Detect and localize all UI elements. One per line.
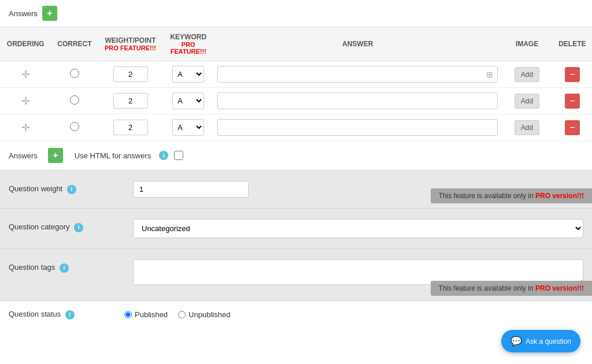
question-weight-section: Question weight i This feature is availa…: [0, 170, 592, 209]
answer-input-wrapper: [217, 119, 498, 136]
add-answer-top-button[interactable]: +: [42, 6, 57, 21]
delete-row-button[interactable]: −: [565, 94, 580, 109]
add-image-button[interactable]: Add: [515, 67, 539, 82]
answers-footer-label: Answers: [9, 151, 38, 160]
question-tags-label: Question tags i: [9, 259, 124, 273]
answers-top-label: Answers: [9, 9, 38, 18]
delete-row-button[interactable]: −: [565, 67, 580, 82]
table-header-row: ORDERING CORRECT WEIGHT/POINT PRO Featur…: [0, 27, 592, 61]
question-status-info-icon: i: [65, 310, 75, 320]
drag-handle-icon[interactable]: ✛: [21, 122, 30, 133]
keyword-select[interactable]: A: [172, 66, 204, 83]
page-wrapper: Answers + ORDERING CORRECT WEIGHT/POINT …: [0, 0, 592, 364]
question-category-control: Uncategorized: [133, 219, 583, 238]
add-image-button[interactable]: Add: [515, 120, 539, 135]
drag-handle-icon[interactable]: ✛: [21, 69, 30, 80]
chat-icon: 💬: [510, 336, 522, 347]
correct-radio[interactable]: [70, 69, 79, 78]
th-delete: DELETE: [553, 27, 592, 61]
th-ordering: ORDERING: [0, 27, 51, 61]
published-option[interactable]: Published: [124, 310, 168, 319]
answers-top-header: Answers +: [0, 0, 592, 27]
keyword-select[interactable]: A: [172, 119, 204, 136]
published-radio[interactable]: [124, 311, 132, 318]
th-weight: WEIGHT/POINT PRO Feature!!!: [98, 27, 162, 61]
weight-input[interactable]: [113, 66, 148, 82]
unpublished-radio[interactable]: [178, 311, 186, 318]
th-keyword: KEYWORD PRO Feature!!!: [163, 27, 214, 61]
delete-row-button[interactable]: −: [565, 120, 580, 135]
table-body: ✛A⊞Add−✛AAdd−✛AAdd−: [0, 61, 592, 141]
question-status-section: Question status i Published Unpublished: [0, 301, 592, 328]
add-icon-bottom: +: [53, 150, 58, 161]
weight-input[interactable]: [113, 120, 148, 135]
weight-input[interactable]: [113, 93, 148, 109]
html-answers-checkbox[interactable]: [174, 151, 183, 160]
answers-footer: Answers + Use HTML for answers i: [0, 141, 592, 170]
answer-input-wrapper: ⊞: [217, 66, 498, 83]
th-image: IMAGE: [501, 27, 552, 61]
answer-input[interactable]: [217, 66, 498, 83]
unpublished-option[interactable]: Unpublished: [178, 310, 230, 319]
correct-radio[interactable]: [70, 95, 79, 105]
question-status-label: Question status i: [9, 310, 124, 320]
question-weight-input[interactable]: [133, 181, 249, 198]
add-icon: +: [47, 8, 52, 18]
keyword-select[interactable]: A: [172, 92, 204, 109]
table-row: ✛A⊞Add−: [0, 61, 592, 88]
question-category-label: Question category i: [9, 219, 124, 232]
unpublished-label: Unpublished: [188, 310, 230, 319]
th-answer: ANSWER: [214, 27, 501, 61]
th-correct: CORRECT: [51, 27, 98, 61]
question-weight-info-icon: i: [67, 185, 76, 194]
question-tags-pro-overlay: This feature is available only in PRO ve…: [431, 281, 592, 296]
ask-question-label: Ask a question: [526, 337, 571, 346]
drag-handle-icon[interactable]: ✛: [21, 95, 30, 107]
question-tags-section: Question tags i This feature is availabl…: [0, 249, 592, 301]
answer-input-wrapper: [217, 92, 498, 109]
question-category-row: Question category i Uncategorized: [9, 219, 583, 238]
add-answer-bottom-button[interactable]: +: [48, 148, 63, 163]
answer-input[interactable]: [217, 119, 498, 136]
question-category-select[interactable]: Uncategorized: [133, 219, 583, 238]
editor-icon: ⊞: [486, 70, 493, 79]
question-weight-label: Question weight i: [9, 181, 124, 194]
question-category-section: Question category i Uncategorized: [0, 209, 592, 249]
answers-table: ORDERING CORRECT WEIGHT/POINT PRO Featur…: [0, 27, 592, 141]
html-answers-label: Use HTML for answers: [75, 151, 151, 160]
question-category-info-icon: i: [74, 223, 83, 232]
question-tags-info-icon: i: [60, 263, 69, 273]
table-row: ✛AAdd−: [0, 88, 592, 114]
published-label: Published: [135, 310, 168, 319]
table-row: ✛AAdd−: [0, 114, 592, 141]
question-weight-pro-overlay: This feature is available only in PRO ve…: [431, 188, 592, 203]
html-info-icon: i: [159, 151, 168, 160]
ask-question-button[interactable]: 💬 Ask a question: [501, 330, 580, 352]
add-image-button[interactable]: Add: [515, 94, 539, 109]
correct-radio[interactable]: [70, 122, 79, 131]
status-options: Published Unpublished: [124, 310, 230, 319]
answer-input[interactable]: [217, 92, 498, 109]
